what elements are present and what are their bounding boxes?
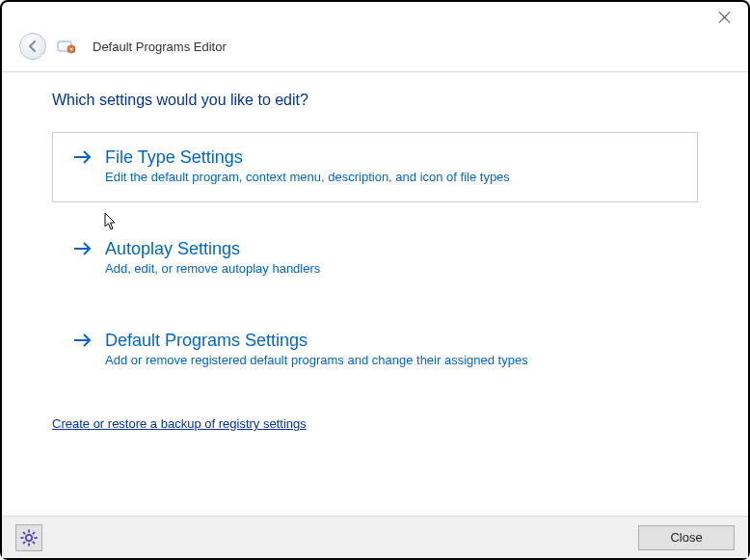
window-frame: Default Programs Editor Which settings w… — [0, 0, 750, 560]
option-title: Autoplay Settings — [105, 239, 240, 259]
arrow-right-icon — [72, 147, 94, 168]
app-title: Default Programs Editor — [93, 40, 227, 54]
svg-rect-14 — [32, 541, 36, 545]
content-area: Which settings would you like to edit? F… — [2, 72, 748, 516]
svg-rect-12 — [22, 541, 26, 545]
close-button[interactable]: Close — [638, 525, 735, 550]
svg-rect-13 — [22, 531, 26, 535]
svg-rect-9 — [21, 537, 24, 539]
option-title: File Type Settings — [105, 147, 243, 168]
option-description: Edit the default program, context menu, … — [105, 170, 678, 184]
option-autoplay-settings[interactable]: Autoplay Settings Add, edit, or remove a… — [52, 224, 698, 294]
settings-button[interactable] — [15, 524, 42, 551]
option-description: Add or remove registered default program… — [105, 353, 678, 367]
svg-rect-7 — [28, 529, 30, 532]
footer-bar: Close — [2, 516, 748, 558]
gear-icon — [20, 529, 38, 547]
svg-rect-11 — [32, 531, 36, 535]
page-heading: Which settings would you like to edit? — [52, 92, 698, 109]
option-description: Add, edit, or remove autoplay handlers — [105, 261, 678, 276]
option-file-type-settings[interactable]: File Type Settings Edit the default prog… — [52, 132, 698, 202]
app-icon — [56, 36, 77, 57]
close-icon[interactable] — [719, 12, 731, 23]
option-title: Default Programs Settings — [105, 331, 308, 351]
arrow-right-icon — [72, 238, 94, 259]
option-default-programs-settings[interactable]: Default Programs Settings Add or remove … — [52, 315, 698, 386]
arrow-right-icon — [72, 330, 94, 351]
titlebar — [2, 2, 748, 25]
svg-point-2 — [70, 48, 72, 50]
header-bar: Default Programs Editor — [2, 25, 748, 72]
backup-link[interactable]: Create or restore a backup of registry s… — [52, 416, 307, 431]
back-arrow-icon — [26, 40, 40, 53]
svg-rect-10 — [35, 537, 38, 539]
back-button[interactable] — [19, 33, 46, 60]
svg-rect-8 — [28, 543, 30, 546]
svg-point-6 — [26, 534, 32, 540]
